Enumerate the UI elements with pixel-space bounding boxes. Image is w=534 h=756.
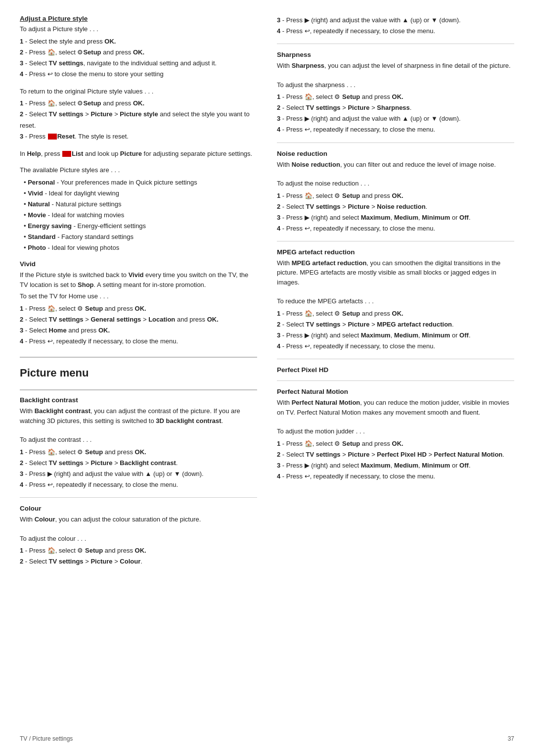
backlight-step-3: 3 - Press ▶ (right) and adjust the value… [20,469,257,479]
section-help-list: In Help, press List and look up Picture … [20,149,257,159]
pnm-steps-intro: To adjust the motion judder . . . [277,426,514,436]
vivid-step-3: 3 - Select Home and press OK. [20,325,257,336]
return-steps: 1 - Press 🏠, select ⚙Setup and press OK.… [20,98,257,142]
colour-cont-step-4: 4 - Press ↩, repeatedly if necessary, to… [277,26,514,37]
sharpness-desc: With Sharpness, you can adjust the level… [277,61,514,71]
home-icon-m1: 🏠 [305,310,312,317]
vivid-step-4: 4 - Press ↩, repeatedly if necessary, to… [20,336,257,347]
mpeg-steps-intro: To reduce the MPEG artefacts . . . [277,296,514,306]
red-button-icon [48,134,57,140]
heading-adjust-picture-style: Adjust a Picture style [20,15,257,22]
sharpness-step-4: 4 - Press ↩, repeatedly if necessary, to… [277,124,514,135]
sharpness-step-2: 2 - Select TV settings > Picture > Sharp… [277,102,514,113]
divider-colour [20,497,257,498]
mpeg-steps: 1 - Press 🏠, select ⚙ Setup and press OK… [277,308,514,352]
colour-continued-steps: 3 - Press ▶ (right) and adjust the value… [277,15,514,37]
heading-mpeg-artefact: MPEG artefact reduction [277,248,514,256]
setup-icon-3: ⚙ [77,305,83,312]
section-colour: Colour With Colour, you can adjust the c… [20,505,257,567]
colour-step-2: 2 - Select TV settings > Picture > Colou… [20,556,257,567]
divider-ppixel [277,359,514,359]
backlight-steps: 1 - Press 🏠, select ⚙ Setup and press OK… [20,447,257,490]
styles-intro: The available Picture styles are . . . [20,165,257,175]
home-icon-3: 🏠 [47,305,55,312]
footer-right: 37 [508,735,514,742]
pnm-step-3: 3 - Press ▶ (right) and select Maximum, … [277,460,514,471]
heading-perfect-pixel-hd: Perfect Pixel HD [277,366,514,374]
back-icon-colour: ↩ [305,27,310,35]
vivid-step-2: 2 - Select TV settings > General setting… [20,314,257,325]
list-item-vivid: Vivid - Ideal for daylight viewing [24,188,257,199]
noise-step-2: 2 - Select TV settings > Picture > Noise… [277,201,514,212]
back-icon: ↩ [47,70,53,78]
noise-step-1: 1 - Press 🏠, select ⚙ Setup and press OK… [277,190,514,201]
section-perfect-natural-motion: Perfect Natural Motion With Perfect Natu… [277,388,514,482]
adjust-steps: 1 - Select the style and press OK. 2 - P… [20,36,257,80]
heading-perfect-natural-motion: Perfect Natural Motion [277,388,514,395]
sharpness-steps-intro: To adjust the sharpness . . . [277,80,514,90]
vivid-step-1: 1 - Press 🏠, select ⚙ Setup and press OK… [20,303,257,314]
setup-icon-m1: ⚙ [334,310,340,317]
section-sharpness: Sharpness With Sharpness, you can adjust… [277,51,514,135]
pnm-step-2: 2 - Select TV settings > Picture > Perfe… [277,449,514,460]
heading-backlight-contrast: Backlight contrast [20,396,257,404]
heading-sharpness: Sharpness [277,51,514,58]
divider-pnm [277,380,514,381]
sharpness-step-1: 1 - Press 🏠, select ⚙ Setup and press OK… [277,92,514,102]
help-text: In Help, press List and look up Picture … [20,149,257,159]
vivid-desc: If the Picture style is switched back to… [20,270,257,289]
sharpness-step-3: 3 - Press ▶ (right) and adjust the value… [277,113,514,124]
list-item-standard: Standard - Factory standard settings [24,232,257,242]
vivid-home-intro: To set the TV for Home use . . . [20,291,257,301]
heading-picture-menu: Picture menu [20,367,257,379]
pnm-step-1: 1 - Press 🏠, select ⚙ Setup and press OK… [277,438,514,449]
pnm-step-4: 4 - Press ↩, repeatedly if necessary, to… [277,471,514,482]
section-available-styles: The available Picture styles are . . . P… [20,165,257,253]
list-item-movie: Movie - Ideal for watching movies [24,210,257,221]
section-vivid: Vivid If the Picture style is switched b… [20,260,257,347]
mpeg-step-4: 4 - Press ↩, repeatedly if necessary, to… [277,341,514,352]
list-item-personal: Personal - Your preferences made in Quic… [24,177,257,188]
heading-noise-reduction: Noise reduction [277,150,514,157]
mpeg-desc: With MPEG artefact reduction, you can sm… [277,258,514,287]
colour-steps: 1 - Press 🏠, select ⚙ Setup and press OK… [20,545,257,567]
noise-step-4: 4 - Press ↩, repeatedly if necessary, to… [277,223,514,234]
styles-list: Personal - Your preferences made in Quic… [20,177,257,254]
back-icon-n: ↩ [305,225,310,232]
divider-mpeg [277,241,514,241]
step-4: 4 - Press ↩ to close the menu to store y… [20,69,257,80]
mpeg-step-2: 2 - Select TV settings > Picture > MPEG … [277,319,514,330]
right-column: 3 - Press ▶ (right) and adjust the value… [277,15,514,574]
return-step-1: 1 - Press 🏠, select ⚙Setup and press OK. [20,98,257,109]
section-backlight-contrast: Backlight contrast With Backlight contra… [20,396,257,490]
setup-icon-5: ⚙ [77,547,83,554]
setup-icon-n1: ⚙ [334,192,340,199]
section-adjust-picture-style: Adjust a Picture style To adjust a Pictu… [20,15,257,80]
step-3: 3 - Select TV settings, navigate to the … [20,58,257,69]
back-icon-m: ↩ [305,342,310,350]
page-layout: Adjust a Picture style To adjust a Pictu… [20,15,514,574]
heading-colour: Colour [20,505,257,512]
colour-desc: With Colour, you can adjust the colour s… [20,515,257,524]
pnm-steps: 1 - Press 🏠, select ⚙ Setup and press OK… [277,438,514,482]
back-icon-pnm: ↩ [305,472,310,480]
divider-sharpness [277,44,514,44]
pnm-desc: With Perfect Natural Motion, you can red… [277,398,514,417]
picture-menu-divider-top [20,357,257,358]
noise-steps-intro: To adjust the noise reduction . . . [277,179,514,189]
home-icon-n1: 🏠 [305,192,312,199]
home-icon-s1: 🏠 [305,93,312,100]
picture-menu-divider-bottom [20,389,257,390]
section-mpeg-artefact: MPEG artefact reduction With MPEG artefa… [277,248,514,352]
section-noise-reduction: Noise reduction With Noise reduction, yo… [277,150,514,234]
section-colour-continued: 3 - Press ▶ (right) and adjust the value… [277,15,514,37]
setup-icon: ⚙ [77,48,83,56]
left-column: Adjust a Picture style To adjust a Pictu… [20,15,257,574]
setup-icon-pnm1: ⚙ [334,440,340,447]
setup-icon-s1: ⚙ [334,93,340,100]
back-icon-3: ↩ [47,481,53,488]
step-2: 2 - Press 🏠, select ⚙Setup and press OK. [20,47,257,58]
sharpness-steps: 1 - Press 🏠, select ⚙ Setup and press OK… [277,92,514,135]
colour-steps-intro: To adjust the colour . . . [20,534,257,544]
noise-desc: With Noise reduction, you can filter out… [277,160,514,170]
